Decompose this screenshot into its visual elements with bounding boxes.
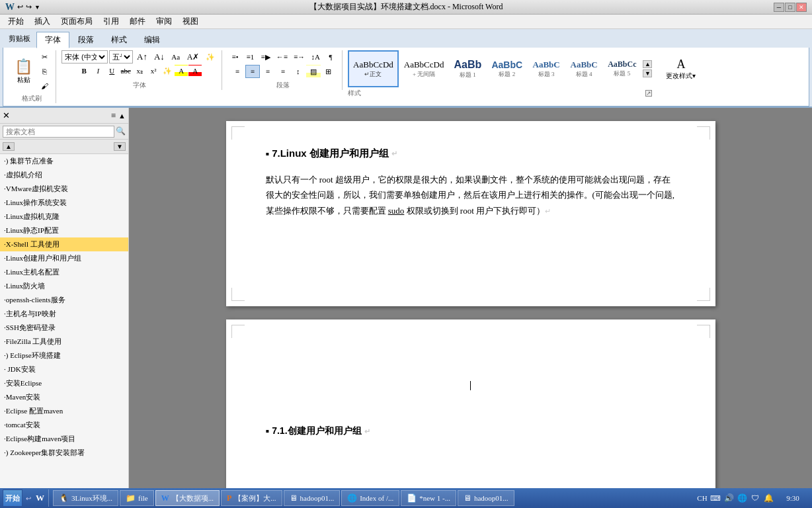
sidebar-item-filezilla[interactable]: ·FileZilla 工具使用 xyxy=(0,335,128,349)
menu-item-shenyue[interactable]: 审阅 xyxy=(151,15,177,28)
sidebar-item-jdk[interactable]: · JDK安装 xyxy=(0,362,128,376)
style-wujiange[interactable]: AaBbCcDd + 无间隔 xyxy=(399,50,449,87)
cursor-area[interactable] xyxy=(266,346,676,425)
ribbon-tab-styles[interactable]: 样式 xyxy=(102,32,136,48)
sidebar-item-tomcat[interactable]: ·tomcat安装 xyxy=(0,418,128,432)
tray-notification-icon[interactable]: 🔔 xyxy=(763,493,774,503)
underline-button[interactable]: U xyxy=(105,65,118,77)
subscript-button[interactable]: x₂ xyxy=(133,65,146,77)
sidebar-item-eclipse-maven[interactable]: ·Eclipse 配置maven xyxy=(0,404,128,418)
tray-volume-icon[interactable]: 🔊 xyxy=(723,493,734,503)
taskbar-btn-hadoop2[interactable]: 🖥 hadoop01... xyxy=(458,490,514,506)
start-button[interactable]: 开始 xyxy=(3,489,22,507)
document-area[interactable]: ▪ 7.Linux 创建用户和用户组 ↵ 默认只有一个 root 超级用户，它的… xyxy=(129,108,812,506)
sidebar-item-hosts[interactable]: ·主机名与IP映射 xyxy=(0,307,128,321)
sidebar-item-zookeeper[interactable]: ·) Zookeeper集群安装部署 xyxy=(0,446,128,460)
taskbar-btn-file[interactable]: 📁 file xyxy=(120,490,154,506)
bullets-button[interactable]: ≡• xyxy=(227,50,242,64)
numbering-button[interactable]: ≡1 xyxy=(243,50,257,64)
paragraph-main[interactable]: 默认只有一个 root 超级用户，它的权限是很大的，如果误删文件，整个系统的使用… xyxy=(266,172,676,218)
paste-button[interactable]: 📋 粘贴 xyxy=(11,56,36,87)
font-size-select[interactable]: 五号 xyxy=(109,50,133,64)
show-marks-button[interactable]: ¶ xyxy=(323,50,338,64)
font-color-button[interactable]: A xyxy=(188,65,202,77)
ribbon-tab-clipboard[interactable]: 剪贴板 xyxy=(3,32,36,48)
text-highlight-button[interactable]: A xyxy=(175,65,188,77)
taskbar-word-icon[interactable]: W xyxy=(34,493,46,503)
superscript-button[interactable]: x² xyxy=(147,65,160,77)
sidebar-item-linux-clone[interactable]: ·Linux虚拟机克隆 xyxy=(0,210,128,224)
sidebar-item-jiqun[interactable]: ·) 集群节点准备 xyxy=(0,154,128,168)
taskbar-btn-word[interactable]: W 【大数据项... xyxy=(155,490,220,506)
borders-button[interactable]: ⊞ xyxy=(321,65,336,78)
sidebar-item-linux-install[interactable]: ·Linux操作系统安装 xyxy=(0,196,128,210)
style-biaoti2[interactable]: AaBbC 标题 2 xyxy=(487,50,527,87)
font-effects-button[interactable]: ✨ xyxy=(203,50,218,64)
minimize-button[interactable]: ─ xyxy=(774,3,784,12)
sidebar-item-maven[interactable]: ·Maven安装 xyxy=(0,390,128,404)
tray-network-icon[interactable]: 🌐 xyxy=(737,493,747,503)
taskbar-show-desktop[interactable]: ↩ xyxy=(24,495,33,502)
sidebar-item-openssh[interactable]: ·openssh-clients服务 xyxy=(0,293,128,307)
system-clock[interactable]: 9:30 xyxy=(776,494,809,502)
nav-down-arrow[interactable]: ▼ xyxy=(114,142,126,151)
menu-item-charu[interactable]: 插入 xyxy=(29,15,56,28)
styles-scroll-up[interactable]: ▲ ▼ xyxy=(643,60,652,77)
ribbon-tab-edit[interactable]: 编辑 xyxy=(136,32,169,48)
sidebar-item-linux-hostname[interactable]: ·Linux主机名配置 xyxy=(0,265,128,279)
sidebar-item-ssh[interactable]: ·SSH免密码登录 xyxy=(0,321,128,335)
align-right-button[interactable]: ≡ xyxy=(261,65,275,78)
quick-access-redo[interactable]: ↪ xyxy=(26,3,32,11)
style-biaoti5[interactable]: AaBbCc 标题 5 xyxy=(603,50,641,87)
cut-button[interactable]: ✂ xyxy=(37,50,52,64)
sidebar-item-eclipse-env[interactable]: ·) Eclipse环境搭建 xyxy=(0,349,128,362)
multilevel-button[interactable]: ≡▶ xyxy=(258,50,272,64)
text-effect-button[interactable]: ✨ xyxy=(161,65,174,77)
font-name-select[interactable]: 宋体 (中文正 xyxy=(61,50,108,64)
quick-access-undo[interactable]: ↩ xyxy=(17,3,23,11)
justify-button[interactable]: ≡ xyxy=(276,65,290,78)
taskbar-btn-linux[interactable]: 🐧 3Linux环境... xyxy=(53,490,118,506)
taskbar-btn-hadoop1[interactable]: 🖥 hadoop01... xyxy=(284,490,341,506)
strikethrough-button[interactable]: abc xyxy=(119,65,132,77)
decrease-indent-button[interactable]: ←≡ xyxy=(274,50,290,64)
shrink-font-button[interactable]: A↓ xyxy=(151,50,167,64)
sidebar-item-linux-ip[interactable]: ·Linux静态IP配置 xyxy=(0,224,128,237)
change-styles-button[interactable]: A 更改样式▾ xyxy=(663,50,699,87)
menu-item-shitu[interactable]: 视图 xyxy=(177,15,204,28)
align-center-button[interactable]: ≡ xyxy=(245,65,260,78)
align-left-button[interactable]: ≡ xyxy=(230,65,245,78)
ribbon-tab-paragraph[interactable]: 段落 xyxy=(69,32,102,48)
menu-item-yemian[interactable]: 页面布局 xyxy=(56,15,98,28)
increase-indent-button[interactable]: ≡→ xyxy=(291,50,307,64)
shading-button[interactable]: ▨ xyxy=(306,65,321,78)
sidebar-item-linux-user[interactable]: ·Linux创建用户和用户组 xyxy=(0,251,128,265)
format-painter-button[interactable]: 🖌 xyxy=(37,79,52,93)
clear-format-button[interactable]: A✗ xyxy=(184,50,202,64)
grow-font-button[interactable]: A↑ xyxy=(134,50,150,64)
style-zhengwen[interactable]: AaBbCcDd ↵正文 xyxy=(348,50,399,87)
style-biaoti3[interactable]: AaBbC 标题 3 xyxy=(528,50,565,87)
quick-access-more[interactable]: ▼ xyxy=(34,4,40,11)
sidebar-item-xuniji[interactable]: ·虚拟机介绍 xyxy=(0,168,128,182)
sidebar-item-vmware[interactable]: ·VMware虚拟机安装 xyxy=(0,182,128,196)
tray-ch-icon[interactable]: CH xyxy=(697,493,708,503)
heading-linux-user-sub[interactable]: ▪ 7.1.创建用户和用户组 ↵ xyxy=(266,425,676,437)
menu-item-youjian[interactable]: 邮件 xyxy=(124,15,151,28)
close-button[interactable]: ✕ xyxy=(796,3,807,12)
sidebar-item-linux-firewall[interactable]: ·Linux防火墙 xyxy=(0,279,128,293)
sidebar-item-eclipse-maven-proj[interactable]: ·Eclipse构建maven项目 xyxy=(0,432,128,446)
sidebar-item-xshell[interactable]: ·X-Shell 工具使用 xyxy=(0,237,128,251)
taskbar-btn-index[interactable]: 🌐 Index of /... xyxy=(341,490,399,506)
heading-linux-user[interactable]: ▪ 7.Linux 创建用户和用户组 ↵ xyxy=(266,148,676,160)
style-biaoti4[interactable]: AaBbC 标题 4 xyxy=(565,50,602,87)
menu-item-yinyong[interactable]: 引用 xyxy=(98,15,124,28)
maximize-button[interactable]: □ xyxy=(785,3,795,12)
nav-close-button[interactable]: ✕ xyxy=(3,110,10,121)
taskbar-btn-new[interactable]: 📄 *new 1 -... xyxy=(401,490,456,506)
nav-search-input[interactable] xyxy=(3,126,114,138)
sidebar-item-eclipse-install[interactable]: ·安装Eclipse xyxy=(0,376,128,390)
taskbar-btn-case[interactable]: P 【案例】大... xyxy=(221,490,282,506)
copy-button[interactable]: ⎘ xyxy=(37,65,52,78)
sort-button[interactable]: ↕A xyxy=(308,50,323,64)
